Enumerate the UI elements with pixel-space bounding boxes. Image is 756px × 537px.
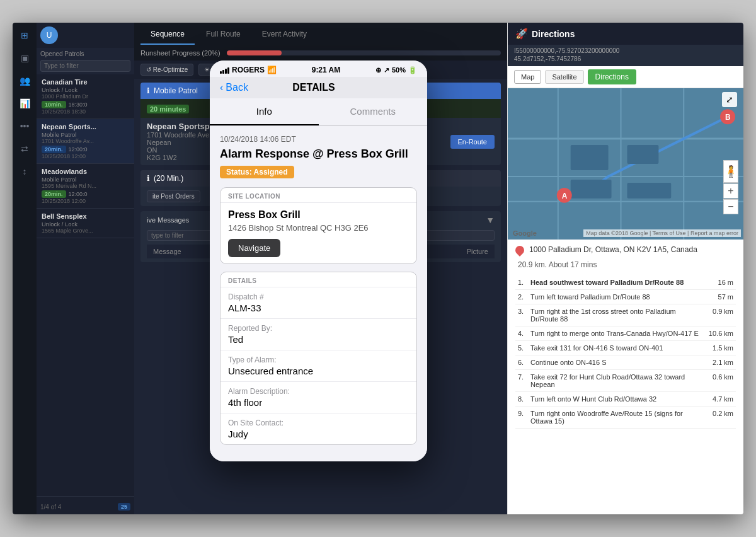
item-footer: 20min. 12:00:0 — [42, 146, 129, 153]
expand-icon[interactable]: ⤢ — [722, 92, 737, 107]
map-coords: I55000000000,-75.927023200000000 45.2d71… — [508, 45, 743, 66]
battery-icon: 🔋 — [408, 66, 417, 74]
svg-rect-8 — [571, 145, 609, 170]
item-sub: Unlock / Lock — [42, 221, 129, 228]
zoom-out-button[interactable]: − — [723, 199, 738, 214]
directions-content: 1000 Palladium Dr, Ottawa, ON K2V 1A5, C… — [508, 240, 743, 514]
directions-table: 1. Head southwest toward Palladium Dr/Ro… — [515, 275, 736, 429]
step-distance: 0.9 km — [704, 304, 736, 326]
time-badge: 20min. — [42, 146, 66, 153]
reported-value: Ted — [228, 334, 409, 345]
dispatch-row: Dispatch # ALM-33 — [220, 287, 416, 319]
list-item[interactable]: Canadian Tire Unlock / Lock 1000 Palladi… — [37, 74, 134, 119]
sidebar-icon-more[interactable]: ••• — [17, 118, 32, 134]
mobile-tab-info[interactable]: Info — [210, 98, 319, 125]
dropdown-icon: ▼ — [486, 215, 495, 225]
sidebar-icon-home[interactable]: ⊞ — [17, 28, 32, 43]
list-item[interactable]: Nepean Sports... Mobile Patrol 1701 Wood… — [37, 119, 134, 164]
page-size: 25 — [118, 503, 130, 511]
item-footer: 10min. 18:30:0 — [42, 101, 129, 108]
sidebar-icon-sort[interactable]: ↕ — [17, 164, 32, 179]
mobile-tab-comments[interactable]: Comments — [319, 98, 428, 125]
alarm-type-key: Type of Alarm: — [228, 355, 409, 364]
dispatch-key: Dispatch # — [228, 292, 409, 301]
signal-bars — [220, 66, 229, 74]
directions-button[interactable]: Directions — [588, 69, 636, 84]
details-title: DETAILS — [292, 82, 335, 93]
mobile-status-icons: ⊕ ↗ 50% 🔋 — [375, 66, 417, 74]
sidebar-icon-rail: ⊞ ▣ 👥 📊 ••• ⇄ ↕ — [13, 23, 37, 514]
directions-step: 7. Take exit 72 for Hunt Club Road/Ottaw… — [515, 369, 736, 391]
re-optimize-button[interactable]: ↺ Re-Optimize — [140, 64, 193, 76]
pagination-text: 1/4 of 4 — [40, 504, 61, 511]
messages-title: ive Messages — [147, 216, 189, 224]
item-addr: 1595 Merivale Rd N... — [42, 183, 129, 189]
directions-header: 🚀 Directions — [508, 23, 743, 45]
directions-step: 2. Turn left toward Palladium Dr/Route 8… — [515, 289, 736, 304]
location-icon: ⊕ — [375, 66, 381, 74]
map-button[interactable]: Map — [514, 70, 541, 84]
list-item[interactable]: Bell Sensplex Unlock / Lock 1565 Maple G… — [37, 209, 134, 238]
mobile-carrier: ROGERS 📶 — [220, 66, 277, 74]
step-number: 2. — [515, 289, 528, 304]
col-picture: Picture — [467, 248, 488, 255]
item-addr: 1701 Woodroffe Av... — [42, 138, 129, 144]
navigate-button[interactable]: Navigate — [228, 239, 280, 257]
item-name: Canadian Tire — [42, 78, 129, 86]
alarm-type-value: Unsecured entrance — [228, 366, 409, 376]
mobile-tabs: Info Comments — [210, 98, 427, 126]
svg-text:A: A — [562, 192, 568, 200]
street-view-button[interactable]: 🧍 — [723, 160, 738, 183]
site-location-label: SITE LOCATION — [220, 188, 416, 203]
alarm-desc-value: 4th floor — [228, 397, 409, 408]
directions-panel: 🚀 Directions I55000000000,-75.9270232000… — [507, 23, 743, 514]
sidebar: U Opened Patrols Canadian Tire Unlock / … — [37, 23, 134, 514]
satellite-button[interactable]: Satellite — [545, 70, 583, 84]
list-item[interactable]: Meadowlands Mobile Patrol 1595 Merivale … — [37, 164, 134, 209]
back-button[interactable]: ‹ Back — [220, 82, 248, 93]
start-address: 1000 Palladium Dr, Ottawa, ON K2V 1A5, C… — [529, 245, 697, 255]
alarm-desc-key: Alarm Description: — [228, 387, 409, 396]
step-number: 3. — [515, 304, 528, 326]
info-icon: ℹ — [147, 86, 150, 95]
sidebar-icon-people[interactable]: 👥 — [17, 73, 32, 88]
progress-track — [227, 50, 501, 55]
mobile-patrol-label: Mobile Patrol — [154, 86, 198, 95]
mobile-body: 10/24/2018 14:06 EDT Alarm Response @ Pr… — [210, 126, 427, 461]
step-instruction: Head southwest toward Palladium Dr/Route… — [528, 275, 704, 290]
avatar[interactable]: U — [40, 26, 58, 44]
tab-event-activity[interactable]: Event Activity — [252, 25, 317, 45]
col-message: Message — [153, 248, 181, 255]
item-time: 12:00:0 — [69, 191, 88, 197]
sidebar-icon-monitor[interactable]: ▣ — [17, 50, 32, 66]
sidebar-icon-arrows[interactable]: ⇄ — [17, 141, 32, 156]
map-roads-svg: A B — [508, 88, 743, 240]
time-badge: 20min. — [42, 190, 66, 198]
post-orders-button[interactable]: ite Post Orders — [147, 190, 200, 202]
step-instruction: Turn right at the 1st cross street onto … — [528, 304, 704, 326]
mobile-alarm-title: Alarm Response @ Press Box Grill — [220, 147, 417, 161]
zoom-in-button[interactable]: + — [723, 183, 738, 199]
map-background: A B ⤢ + − 🧍 Google Map data ©2018 Google… — [508, 88, 743, 240]
step-distance: 4.7 km — [704, 391, 736, 406]
tab-full-route[interactable]: Full Route — [196, 25, 251, 45]
en-route-button[interactable]: En-Route — [450, 135, 495, 149]
step-number: 9. — [515, 406, 528, 428]
step-number: 1. — [515, 275, 528, 290]
item-time: 18:30:0 — [69, 101, 88, 108]
details-box-label: DETAILS — [220, 272, 416, 287]
directions-step: 6. Continue onto ON-416 S 2.1 km — [515, 355, 736, 369]
item-addr: 1565 Maple Grove... — [42, 228, 129, 234]
item-footer: 20min. 12:00:0 — [42, 190, 129, 198]
sidebar-footer: 1/4 of 4 25 — [37, 496, 134, 514]
step-distance: 57 m — [704, 289, 736, 304]
sidebar-icon-chart[interactable]: 📊 — [17, 96, 32, 111]
carrier-name: ROGERS — [232, 66, 265, 74]
item-sub: Mobile Patrol — [42, 131, 129, 138]
coords-line-2: 45.2d7152,-75.7452786 — [514, 55, 737, 62]
tab-sequence[interactable]: Sequence — [140, 25, 195, 45]
start-point: 1000 Palladium Dr, Ottawa, ON K2V 1A5, C… — [515, 245, 736, 255]
signal-bar-3 — [225, 69, 227, 74]
step-distance: 1.5 km — [704, 340, 736, 355]
filter-input[interactable] — [40, 60, 130, 72]
